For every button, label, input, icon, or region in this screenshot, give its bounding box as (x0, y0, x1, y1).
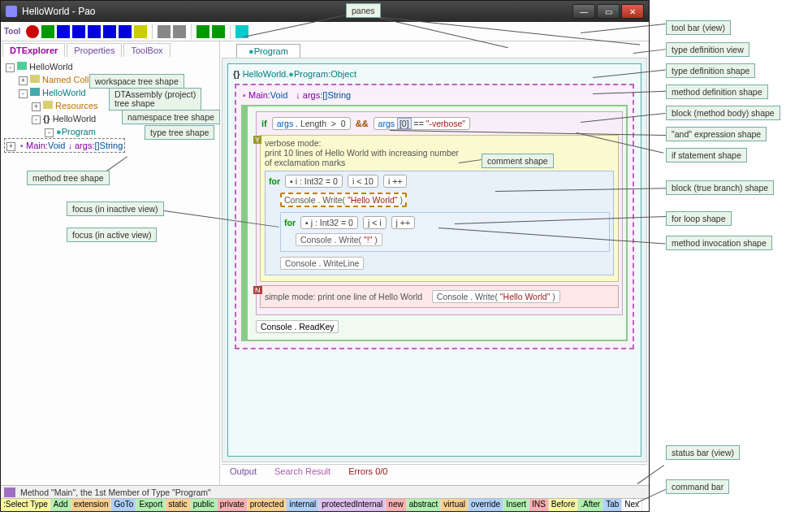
cmd-export[interactable]: Export (136, 499, 166, 511)
tab-output[interactable]: Output (225, 466, 261, 482)
toolbar: Tool (1, 22, 649, 41)
type-definition: {} HelloWorld.●Program:Object ▪ Main:Voi… (227, 63, 641, 457)
status-bar: Method "Main", the 1st Member of Type "P… (1, 485, 649, 498)
bottom-tab-row: Output Search Result Errors 0/0 (222, 464, 647, 483)
toolbar-btn-undo[interactable] (158, 25, 171, 38)
label-forloop: for loop shape (666, 211, 732, 226)
call-write-hello[interactable]: Console . Write( "Hello World" ) (280, 193, 407, 207)
cmd-protected[interactable]: protected (248, 499, 287, 511)
false-branch: N simple mode: print one line of Hello W… (260, 285, 619, 308)
label-typedefshape: type definition shape (666, 63, 755, 78)
toolbar-sep-3 (230, 24, 231, 39)
tab-properties[interactable]: Properties (67, 43, 122, 57)
cmd-override[interactable]: override (469, 499, 503, 511)
toolbar-btn-g1[interactable] (197, 25, 209, 38)
label-focusinactive: focus (in inactive view) (67, 202, 164, 216)
toolbar-btn-2[interactable] (41, 25, 54, 38)
call-readkey[interactable]: Console . ReadKey (256, 320, 339, 333)
toolbar-btn-step[interactable] (88, 25, 101, 38)
toolbar-sep-1 (152, 24, 153, 39)
method-definition: ▪ Main:Void ↓ args:[]String if args . Le… (235, 84, 634, 349)
tool-label: Tool (4, 27, 20, 36)
comment-line2: print 10 lines of Hello World with incre… (265, 148, 614, 158)
cmd-private[interactable]: private (218, 499, 248, 511)
toolbar-btn-redo[interactable] (173, 25, 186, 38)
call-write-bang[interactable]: Console . Write( "!" ) (296, 233, 382, 246)
typedef-header: {} HelloWorld.●Program:Object (231, 67, 637, 80)
for-inc-2[interactable]: j ++ (391, 216, 416, 229)
tab-toolbox[interactable]: ToolBox (123, 43, 170, 57)
label-typetree: type tree shape (145, 125, 214, 140)
toolbar-btn-y[interactable] (134, 25, 147, 38)
cmd-goto[interactable]: GoTo (111, 499, 136, 511)
cmd-extension[interactable]: extension (71, 499, 112, 511)
cond-right[interactable]: args [0] == "-verbose" (374, 117, 470, 130)
cmd-internal[interactable]: internal (287, 499, 319, 511)
label-commentshape: comment shape (482, 154, 554, 168)
toolbar-btn-g2[interactable] (212, 25, 225, 38)
command-bar: :Select Type Add extension GoTo Export s… (1, 498, 649, 511)
toolbar-btn-step2[interactable] (103, 25, 116, 38)
cmd-public[interactable]: public (191, 499, 218, 511)
label-ifstmt: if statement shape (666, 148, 747, 162)
cmd-new[interactable]: new (386, 499, 406, 511)
keyword-for-1: for (269, 176, 280, 186)
toolbar-btn-play[interactable] (57, 25, 70, 38)
call-writeline[interactable]: Console . WriteLine (280, 257, 364, 270)
window-title: HelloWorld - Pao (22, 6, 95, 17)
for-cond-2[interactable]: j < i (363, 216, 387, 229)
cmd-ins[interactable]: INS (529, 499, 549, 511)
cmd-virtual[interactable]: virtual (441, 499, 469, 511)
left-tabs: DTExplorer Properties ToolBox (2, 43, 218, 57)
label-blockmbody: block (method body) shape (666, 106, 780, 120)
window-buttons: — ▭ ✕ (571, 4, 644, 19)
minimize-button[interactable]: — (572, 4, 595, 19)
cmd-protint[interactable]: protectedInternal (319, 499, 386, 511)
for-loop-inner: for ▪ j : Int32 = 0 j < i j ++ Console .… (280, 212, 610, 252)
for-decl-2[interactable]: ▪ j : Int32 = 0 (300, 216, 358, 229)
method-signature: ▪ Main:Void ↓ args:[]String (240, 89, 629, 102)
tab-errors[interactable]: Errors 0/0 (343, 466, 392, 482)
cmd-before[interactable]: Before (549, 499, 578, 511)
label-methodtree: method tree shape (27, 171, 110, 185)
label-focusactive: focus (in active view) (67, 228, 157, 242)
label-methodinv: method invocation shape (666, 236, 772, 250)
tab-search[interactable]: Search Result (270, 466, 335, 482)
maximize-button[interactable]: ▭ (597, 4, 620, 19)
cmd-select-type[interactable]: :Select Type (1, 499, 51, 511)
no-comment: simple mode: print one line of Hello Wor… (265, 292, 422, 301)
main-area: DTExplorer Properties ToolBox -HelloWorl… (1, 41, 649, 485)
tree-root[interactable]: -HelloWorld (4, 60, 216, 73)
toolbar-btn-1[interactable] (26, 25, 39, 38)
for-head-outer: for ▪ i : Int32 = 0 i < 10 i ++ (269, 175, 610, 188)
cmd-abstract[interactable]: abstract (407, 499, 442, 511)
if-statement: if args . Length > 0 && args [0] == "-ve… (256, 111, 623, 315)
cmd-add[interactable]: Add (51, 499, 71, 511)
label-wstree: workspace tree shape (89, 74, 184, 89)
for-cond-1[interactable]: i < 10 (348, 175, 378, 188)
status-icon (4, 488, 15, 497)
cmd-static[interactable]: static (166, 499, 190, 511)
for-decl-1[interactable]: ▪ i : Int32 = 0 (285, 175, 343, 188)
for-loop-outer: for ▪ i : Int32 = 0 i < 10 i ++ Console … (265, 171, 614, 275)
cmd-tab[interactable]: Tab (603, 499, 622, 511)
close-button[interactable]: ✕ (621, 4, 644, 19)
toolbar-btn-pause[interactable] (72, 25, 85, 38)
cond-left[interactable]: args . Length > 0 (272, 117, 351, 130)
label-statusbar: status bar (view) (666, 445, 740, 460)
for-inc-1[interactable]: i ++ (383, 175, 408, 188)
keyword-for-2: for (284, 218, 296, 228)
editor-tabs: ●Program (220, 41, 649, 58)
right-pane: ●Program {} HelloWorld.●Program:Object ▪… (220, 41, 649, 485)
cmd-insert[interactable]: Insert (503, 499, 529, 511)
cmd-after[interactable]: .After (578, 499, 603, 511)
call-write-hello-2[interactable]: Console . Write( "Hello World" ) (432, 290, 560, 303)
tab-dtexplorer[interactable]: DTExplorer (2, 43, 65, 57)
if-head: if args . Length > 0 && args [0] == "-ve… (260, 115, 619, 132)
label-cmdbar: command bar (666, 479, 729, 494)
status-text: Method "Main", the 1st Member of Type "P… (20, 488, 211, 497)
toolbar-btn-step3[interactable] (119, 25, 132, 38)
comment-line1: verbose mode: (265, 138, 614, 148)
tab-program[interactable]: ●Program (236, 44, 300, 58)
tree-main-method[interactable]: + ▪ Main:Void ↓ args:[]String (4, 138, 125, 153)
